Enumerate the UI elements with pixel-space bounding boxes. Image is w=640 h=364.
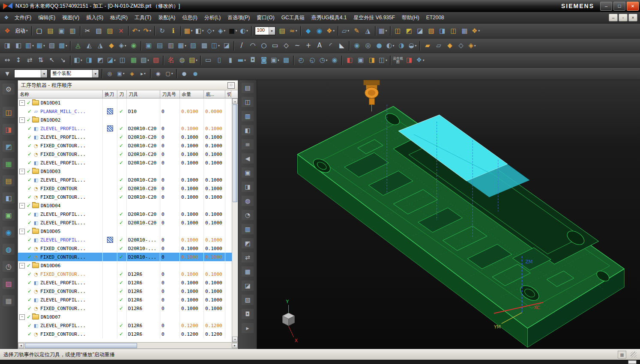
cut-icon[interactable]: ✂ — [83, 26, 93, 36]
panel-tool-icon-5[interactable]: ≡ — [242, 139, 254, 149]
tree-operation-row[interactable]: ✓◔FIXED_CONTOUR...✓D20R10-C2000.10000.10… — [18, 141, 232, 150]
menu-item[interactable]: 插入(S) — [83, 12, 107, 23]
layer-visible-icon[interactable]: ▦▾ — [36, 41, 46, 51]
zoom-percent-combo-caret[interactable]: ▼ — [269, 27, 275, 35]
tree-operation-row[interactable]: ✓◔FIXED_CONTOUR...✓D12R600.10000.1000 — [18, 270, 232, 278]
layer-settings-icon[interactable]: ▥▾ — [24, 41, 35, 51]
scroll-down-arrow[interactable]: ▾ — [232, 337, 238, 342]
module-icon-6[interactable]: ◫ — [449, 26, 459, 36]
lasso-icon[interactable]: ▢▾ — [164, 69, 174, 79]
move-layer-icon[interactable]: ▧ — [47, 41, 57, 51]
panel-tool-icon-11[interactable]: ◩ — [242, 238, 254, 248]
create-method-icon[interactable]: ◈▾ — [117, 41, 128, 51]
panel-tool-icon-12[interactable]: ⇄ — [242, 252, 254, 263]
tree-group-row[interactable]: −✓DN10D01 — [18, 98, 232, 107]
scroll-left-arrow[interactable]: ◂ — [18, 343, 24, 348]
gouge-check-icon[interactable]: ◩ — [95, 55, 105, 66]
panel-tool-icon-17[interactable]: ▸ — [242, 323, 254, 333]
close-button[interactable]: × — [627, 2, 639, 11]
level-icon[interactable]: ▮ — [225, 55, 236, 66]
vertical-scroll-thumb[interactable] — [233, 104, 237, 202]
shaded-ball-icon[interactable]: ● — [179, 69, 189, 79]
horizontal-scroll-thumb[interactable] — [25, 343, 137, 348]
rectangle-tool-icon[interactable]: ▭ — [270, 41, 280, 51]
view-cube-icon[interactable]: ◨ — [404, 55, 414, 66]
wireframe-view-icon[interactable]: ◇▾ — [206, 26, 216, 36]
orient-view-icon[interactable]: ◈▾ — [217, 26, 227, 36]
module-icon-5[interactable]: ◨ — [437, 26, 448, 36]
paste-icon[interactable]: ▨ — [105, 26, 115, 36]
selection-scope-combo[interactable]: 整个装配▼ — [50, 69, 99, 78]
chamfer-tool-icon[interactable]: ◣ — [337, 41, 347, 51]
object-display-icon[interactable]: ◨ — [2, 41, 12, 51]
spline-tool-icon[interactable]: ~ — [292, 41, 302, 51]
transform-icon[interactable]: ▰ — [422, 41, 433, 51]
expander-icon[interactable]: − — [19, 263, 25, 269]
hd3d-tools-icon[interactable]: ◉ — [3, 227, 15, 238]
menu-item[interactable]: ET2008 — [423, 13, 448, 22]
graphics-window[interactable]: ZM XC YM Y X — [257, 80, 640, 349]
simulate-icon[interactable]: ▤ — [155, 41, 165, 51]
new-file-icon[interactable]: ▢ — [34, 26, 45, 36]
region-icon[interactable]: ▯ — [214, 55, 224, 66]
notes-icon[interactable]: ▤▾ — [188, 55, 198, 66]
horizontal-scrollbar[interactable]: ◂ ▸ — [18, 342, 238, 349]
pan-view-icon[interactable]: ↔ — [2, 55, 12, 66]
panel-tool-icon-14[interactable]: ◪ — [242, 280, 254, 291]
extend-icon[interactable]: ◎ — [363, 41, 373, 51]
range-icon[interactable]: ▬▾ — [236, 55, 247, 66]
column-header[interactable]: 刀具 — [127, 90, 160, 98]
tree-operation-row[interactable]: ✓◔FIXED_CONTOUR...✓D12R600.12000.1200 — [18, 330, 232, 338]
zoom-percent-combo[interactable]: 100▼ — [255, 27, 275, 35]
generate-toolpath-icon[interactable]: ◉ — [129, 41, 139, 51]
step-icon[interactable]: ▧▾ — [140, 55, 150, 66]
tree-operation-row[interactable]: ✓◧ZLEVEL_PROFIL...✓D20R10-C2000.10000.10… — [18, 176, 232, 184]
edit-toolpath-icon[interactable]: ◧▾ — [73, 55, 83, 66]
scroll-right-arrow[interactable]: ▸ — [232, 343, 238, 348]
selection-filter-icon[interactable]: ▼ — [2, 69, 12, 79]
report-shortest-icon[interactable]: ◪▾ — [106, 55, 117, 66]
operation-navigator-icon[interactable]: ▦ — [3, 158, 15, 169]
tree-operation-row[interactable]: ✓◧ZLEVEL_PROFIL...✓D12R600.12000.1200 — [18, 321, 232, 330]
maximize-button[interactable]: □ — [613, 2, 625, 11]
selection-scope-combo-caret[interactable]: ▼ — [92, 70, 99, 78]
open-icon[interactable]: ▤ — [45, 26, 56, 36]
geometry-analysis-icon[interactable]: ◉ — [314, 26, 325, 36]
type-filter-combo-caret[interactable]: ▼ — [41, 70, 47, 78]
nx-app-icon[interactable]: ❖ — [2, 26, 12, 36]
render-view-label[interactable]: 蓝生视图 — [393, 55, 403, 66]
material-ball-icon[interactable]: ● — [190, 69, 200, 79]
redo-icon[interactable]: ↷▾ — [142, 26, 153, 36]
layer-category-icon[interactable]: ▩▾ — [58, 41, 68, 51]
create-program-icon[interactable]: ◆ — [106, 41, 117, 51]
sketch-icon[interactable]: ✎ — [352, 26, 362, 36]
command-finder-icon[interactable]: ℹ — [168, 26, 179, 36]
line-tool-icon[interactable]: / — [236, 41, 247, 51]
show-hide-icon[interactable]: ◐▾ — [239, 26, 249, 36]
machine-time-icon[interactable]: ◷▾ — [318, 55, 329, 66]
menu-item[interactable]: 装配(A) — [155, 12, 179, 23]
menu-item[interactable]: 文件(F) — [11, 12, 35, 23]
viewport-3d-canvas[interactable]: ZM XC YM Y X — [257, 80, 640, 349]
palette-icon[interactable]: ▨ — [3, 278, 15, 289]
project-icon[interactable]: ◐▾ — [385, 41, 395, 51]
array-icon[interactable]: ◈▾ — [467, 41, 477, 51]
scale-icon[interactable]: ▱ — [434, 41, 444, 51]
pattern-icon[interactable]: ◒▾ — [407, 41, 418, 51]
template-icon-2[interactable]: ▣ — [356, 55, 366, 66]
template-icon-3[interactable]: ◨ — [367, 55, 377, 66]
panel-tool-icon-7[interactable]: ◨ — [242, 182, 254, 192]
panel-tool-icon-8[interactable]: ◍ — [242, 196, 254, 206]
translate-icon[interactable]: ◇ — [456, 41, 466, 51]
panel-tool-icon-6[interactable]: ▣ — [242, 167, 254, 178]
show-names-icon[interactable]: 名 — [166, 55, 176, 66]
time-estimate-icon[interactable]: ◵ — [307, 55, 317, 66]
web-browser-icon[interactable]: ◍ — [3, 244, 15, 255]
tree-operation-row[interactable]: ✓◔FIXED_CONTOUR...✓D20R10-...00.10000.10… — [18, 244, 232, 253]
module-icon-1[interactable]: ◫ — [393, 26, 403, 36]
feed-rates-icon[interactable]: ▩ — [199, 41, 209, 51]
annotation-icon[interactable]: ◍ — [177, 55, 187, 66]
point-method-icon[interactable]: ▸▾ — [138, 69, 148, 79]
module-icon-4[interactable]: ▧ — [426, 26, 437, 36]
tree-operation-row[interactable]: ✓◧ZLEVEL_PROFIL...✓D12R600.10000.1000 — [18, 278, 232, 287]
